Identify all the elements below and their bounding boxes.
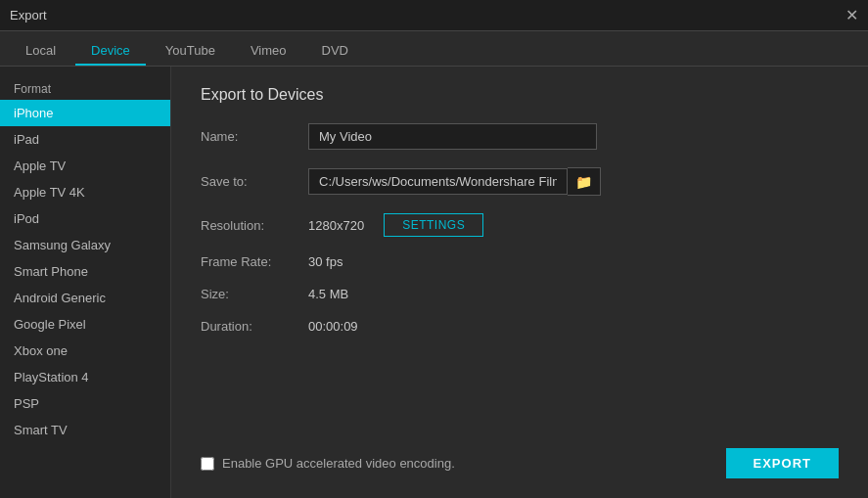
save-to-row: Save to: 📁 [201,167,839,196]
main-content: Format iPhone iPad Apple TV Apple TV 4K … [0,67,868,498]
frame-rate-value: 30 fps [308,254,343,269]
tab-youtube[interactable]: YouTube [150,37,231,66]
duration-value: 00:00:09 [308,319,358,334]
tab-local[interactable]: Local [10,37,71,66]
frame-rate-label: Frame Rate: [201,254,308,269]
save-to-label: Save to: [201,174,308,189]
title-bar: Export ✕ [0,0,868,31]
duration-label: Duration: [201,319,308,334]
resolution-value: 1280x720 [308,218,364,233]
window-title: Export [10,8,47,23]
duration-row: Duration: 00:00:09 [201,319,839,334]
save-to-field-group: 📁 [308,167,601,196]
sidebar-section-label: Format [0,76,170,100]
name-row: Name: [201,123,839,150]
gpu-checkbox-label: Enable GPU accelerated video encoding. [222,456,455,471]
resolution-label: Resolution: [201,218,308,233]
folder-browse-button[interactable]: 📁 [568,167,601,196]
sidebar-item-psp[interactable]: PSP [0,390,170,417]
resolution-group: 1280x720 SETTINGS [308,213,483,237]
frame-rate-row: Frame Rate: 30 fps [201,254,839,269]
tab-vimeo[interactable]: Vimeo [235,37,302,66]
export-button[interactable]: EXPORT [726,448,839,478]
name-input[interactable] [308,123,597,150]
sidebar-item-google-pixel[interactable]: Google Pixel [0,311,170,338]
tabs-bar: Local Device YouTube Vimeo DVD [0,31,868,67]
sidebar-item-smart-phone[interactable]: Smart Phone [0,258,170,285]
footer-area: Enable GPU accelerated video encoding. E… [201,438,839,478]
tab-dvd[interactable]: DVD [306,37,364,66]
sidebar-item-apple-tv-4k[interactable]: Apple TV 4K [0,179,170,205]
sidebar-item-xbox-one[interactable]: Xbox one [0,338,170,364]
sidebar-item-ipod[interactable]: iPod [0,205,170,232]
name-label: Name: [201,129,308,144]
save-to-input[interactable] [308,168,568,195]
sidebar: Format iPhone iPad Apple TV Apple TV 4K … [0,67,171,498]
tab-device[interactable]: Device [75,37,146,66]
sidebar-item-android-generic[interactable]: Android Generic [0,285,170,311]
sidebar-item-iphone[interactable]: iPhone [0,100,170,126]
content-area: Export to Devices Name: Save to: 📁 Resol… [171,67,868,498]
sidebar-item-playstation-4[interactable]: PlayStation 4 [0,364,170,390]
sidebar-item-samsung-galaxy[interactable]: Samsung Galaxy [0,232,170,258]
resolution-row: Resolution: 1280x720 SETTINGS [201,213,839,237]
sidebar-item-smart-tv[interactable]: Smart TV [0,417,170,443]
gpu-checkbox[interactable] [201,457,214,471]
sidebar-item-apple-tv[interactable]: Apple TV [0,153,170,179]
gpu-checkbox-area: Enable GPU accelerated video encoding. [201,456,455,471]
sidebar-item-ipad[interactable]: iPad [0,126,170,153]
size-value: 4.5 MB [308,287,348,301]
size-label: Size: [201,287,308,301]
size-row: Size: 4.5 MB [201,287,839,301]
close-button[interactable]: ✕ [845,8,858,23]
content-title: Export to Devices [201,86,839,104]
settings-button[interactable]: SETTINGS [384,213,483,237]
